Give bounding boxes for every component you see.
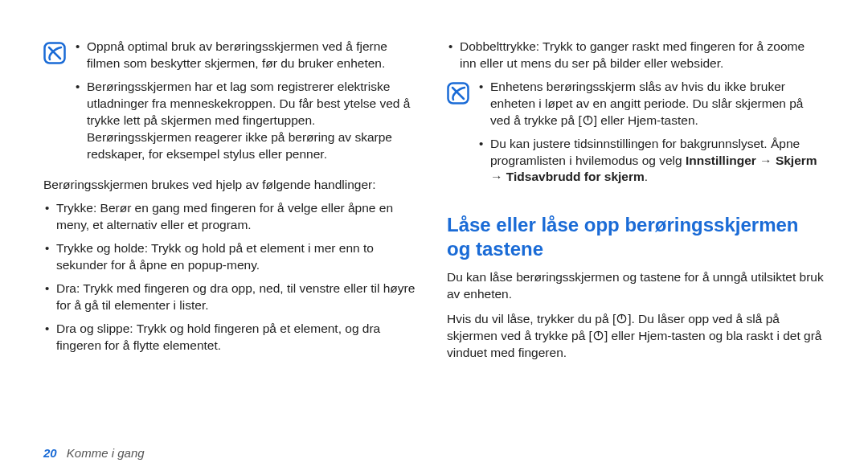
intro-text: Berøringsskjermen brukes ved hjelp av fø… bbox=[43, 177, 421, 194]
note-bullet: Berøringsskjermen har et lag som registr… bbox=[74, 79, 421, 163]
page: Oppnå optimal bruk av berøringsskjermen … bbox=[0, 0, 868, 471]
note-body-left: Oppnå optimal bruk av berøringsskjermen … bbox=[74, 39, 421, 169]
footer-section: Komme i gang bbox=[67, 446, 145, 460]
text-run: ] eller Hjem-tasten. bbox=[594, 113, 698, 127]
note-bullet: Enhetens berøringsskjerm slås av hvis du… bbox=[477, 79, 825, 129]
list-item: Trykke og holde: Trykk og hold på et ele… bbox=[43, 240, 421, 274]
note-bullet: Oppnå optimal bruk av berøringsskjermen … bbox=[74, 39, 421, 72]
list-item: Trykke: Berør en gang med fingeren for å… bbox=[43, 200, 421, 234]
power-icon bbox=[616, 313, 627, 324]
list-item: Dra: Trykk med fingeren og dra opp, ned,… bbox=[43, 281, 421, 314]
right-column: Dobbelttrykke: Trykk to ganger raskt med… bbox=[439, 39, 825, 471]
main-bullet-list: Trykke: Berør en gang med fingeren for å… bbox=[43, 200, 421, 354]
note-icon bbox=[447, 82, 469, 104]
list-item: Dobbelttrykke: Trykk to ganger raskt med… bbox=[447, 39, 825, 72]
note-bullet: Du kan justere tidsinnstillingen for bak… bbox=[477, 136, 825, 186]
footer: 20 Komme i gang bbox=[43, 446, 145, 460]
note-icon bbox=[43, 42, 66, 64]
paragraph: Hvis du vil låse, trykker du på []. Du l… bbox=[447, 311, 825, 362]
left-column: Oppnå optimal bruk av berøringsskjermen … bbox=[43, 39, 429, 471]
note-block-right: Enhetens berøringsskjerm slås av hvis du… bbox=[447, 79, 825, 193]
text-run: Hvis du vil låse, trykker du på [ bbox=[447, 312, 616, 326]
paragraph: Du kan låse berøringsskjermen og tastene… bbox=[447, 269, 825, 303]
section-heading: Låse eller låse opp berøringsskjermen og… bbox=[447, 213, 825, 261]
page-number: 20 bbox=[43, 446, 57, 460]
note-block-left: Oppnå optimal bruk av berøringsskjermen … bbox=[43, 39, 421, 169]
top-bullet-list: Dobbelttrykke: Trykk to ganger raskt med… bbox=[447, 39, 825, 72]
text-run: . bbox=[645, 170, 648, 183]
note-body-right: Enhetens berøringsskjerm slås av hvis du… bbox=[477, 79, 825, 193]
power-icon bbox=[593, 330, 604, 341]
power-icon bbox=[583, 115, 593, 125]
list-item: Dra og slippe: Trykk og hold fingeren på… bbox=[43, 321, 421, 354]
